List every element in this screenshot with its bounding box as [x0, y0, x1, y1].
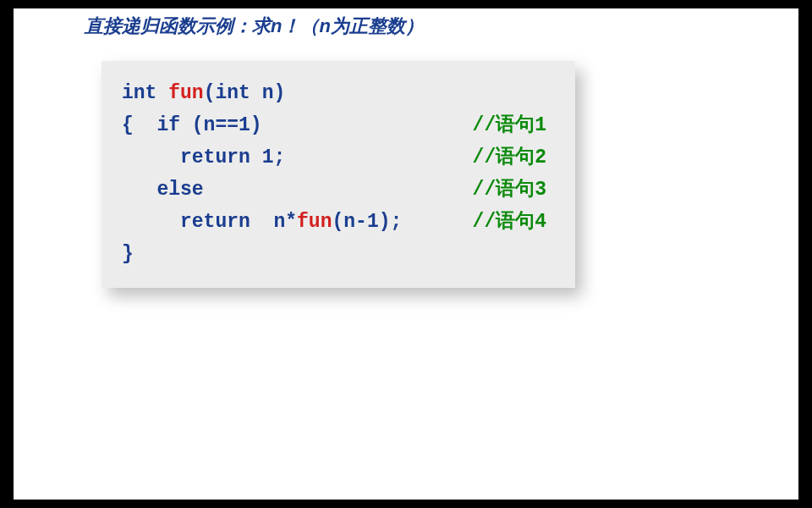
title-exclaim: ！（ [282, 15, 319, 36]
comment-3: //语句3 [473, 174, 555, 207]
code-return-expr-1: return n* [122, 211, 297, 233]
comment-2: //语句2 [473, 142, 555, 174]
code-return-1: return 1; [122, 142, 285, 174]
function-name: fun [168, 82, 203, 104]
code-block: int fun(int n) { if (n==1) //语句1 return … [102, 61, 575, 288]
title-suffix: 为正整数） [331, 15, 424, 36]
code-line-4: else //语句3 [122, 174, 555, 207]
code-line-5: return n*fun(n-1); //语句4 [122, 207, 555, 239]
signature-params: (int n) [204, 82, 286, 104]
code-line-6: } [122, 239, 555, 271]
comment-1: //语句1 [473, 110, 555, 142]
comment-4: //语句4 [473, 207, 555, 239]
slide-page: 直接递归函数示例：求n！（n为正整数） int fun(int n) { if … [14, 8, 798, 500]
function-call: fun [297, 211, 332, 233]
code-if: { if (n==1) [122, 110, 262, 142]
code-else: else [122, 174, 204, 207]
code-return-expr-2: (n-1); [332, 211, 402, 233]
code-line-3: return 1; //语句2 [122, 142, 555, 174]
title-var-n2: n [319, 15, 330, 36]
title-var-n1: n [271, 15, 282, 36]
title-prefix: 直接递归函数示例：求 [85, 15, 271, 36]
code-close-brace: } [122, 239, 134, 271]
code-line-2: { if (n==1) //语句1 [122, 110, 555, 142]
keyword-int: int [122, 82, 168, 104]
page-title: 直接递归函数示例：求n！（n为正整数） [85, 14, 424, 39]
code-line-1: int fun(int n) [122, 78, 555, 110]
